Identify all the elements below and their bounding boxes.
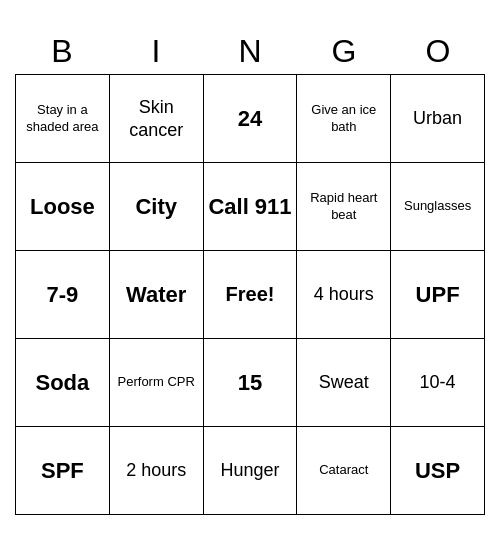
bingo-cell: Perform CPR [110,339,204,427]
bingo-card: BINGO Stay in a shaded areaSkin cancer24… [15,29,485,515]
bingo-cell: Sunglasses [391,163,485,251]
bingo-cell: 24 [204,75,298,163]
bingo-cell: Cataract [297,427,391,515]
bingo-cell: 2 hours [110,427,204,515]
bingo-cell: 15 [204,339,298,427]
bingo-cell: Skin cancer [110,75,204,163]
bingo-cell: Urban [391,75,485,163]
bingo-cell: USP [391,427,485,515]
header-letter: O [391,29,485,74]
bingo-cell: Soda [16,339,110,427]
header-letter: I [109,29,203,74]
bingo-cell: Loose [16,163,110,251]
bingo-cell: Water [110,251,204,339]
bingo-cell: 10-4 [391,339,485,427]
header-letter: G [297,29,391,74]
bingo-cell: Free! [204,251,298,339]
bingo-cell: City [110,163,204,251]
header-letter: B [15,29,109,74]
bingo-cell: Call 911 [204,163,298,251]
bingo-cell: SPF [16,427,110,515]
bingo-cell: UPF [391,251,485,339]
bingo-cell: Give an ice bath [297,75,391,163]
header-letter: N [203,29,297,74]
bingo-cell: Stay in a shaded area [16,75,110,163]
bingo-header: BINGO [15,29,485,74]
bingo-cell: Sweat [297,339,391,427]
bingo-grid: Stay in a shaded areaSkin cancer24Give a… [15,74,485,515]
bingo-cell: Rapid heart beat [297,163,391,251]
bingo-cell: Hunger [204,427,298,515]
bingo-cell: 4 hours [297,251,391,339]
bingo-cell: 7-9 [16,251,110,339]
